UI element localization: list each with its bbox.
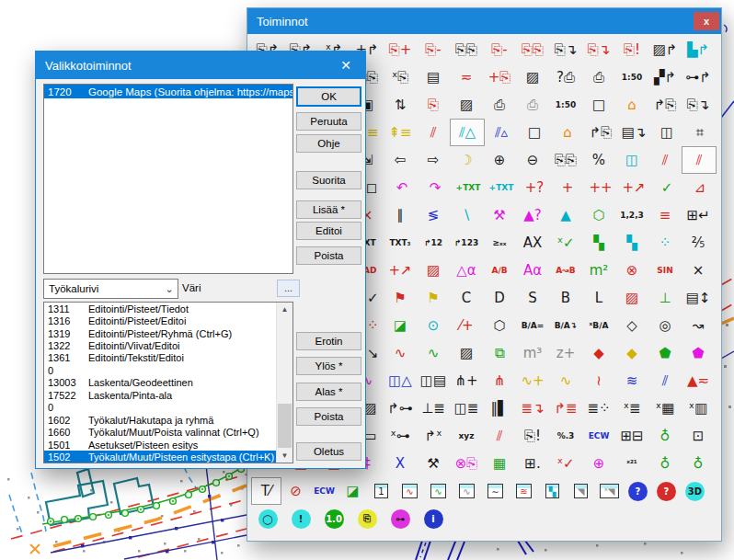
toolbar-icon[interactable]: ⫽: [648, 147, 682, 173]
toolbar-icon[interactable]: ≂: [450, 64, 483, 90]
toolbar-icon[interactable]: ˣ▦: [648, 395, 682, 421]
toolbar-icon[interactable]: ▤↴: [617, 120, 650, 145]
toolbar-icon[interactable]: +↗: [384, 257, 417, 283]
toolbar-icon[interactable]: ∿: [424, 478, 453, 504]
toolbar-icon[interactable]: ?⎙: [549, 64, 582, 90]
oletus-button[interactable]: Oletus: [296, 442, 361, 461]
toolbar-icon[interactable]: ˣB∕A: [582, 313, 615, 338]
toolbar-combobox[interactable]: Työkalurivi ⌄: [43, 279, 178, 299]
ok-button[interactable]: OK: [296, 86, 361, 107]
toolbar-icon[interactable]: TXT₃: [384, 230, 417, 256]
toolbar-icon[interactable]: ↱12: [417, 230, 450, 256]
toolbar-icon[interactable]: ECW: [582, 423, 615, 449]
toolbar-icon[interactable]: ˣ⊶: [384, 423, 417, 449]
toolbar-icon[interactable]: ▨↱: [648, 37, 682, 63]
toolbar-icon[interactable]: ⊿: [683, 175, 717, 200]
toolbar-icon[interactable]: ⋔+: [450, 368, 483, 394]
toolbar-icon[interactable]: ↱ˣ: [417, 423, 450, 449]
peruuta-button[interactable]: Peruuta: [296, 112, 361, 131]
toolbar-icon[interactable]: A∕B: [483, 257, 516, 283]
toolbar-icon[interactable]: ♁: [648, 451, 682, 476]
toolbar-icon[interactable]: ⊥≣: [417, 395, 450, 421]
assigned-functions-list[interactable]: 1311Editointi/Pisteet/Tiedot1316Editoint…: [43, 302, 293, 463]
toolbar-icon[interactable]: i: [417, 506, 450, 531]
toolbar-icon[interactable]: ˣ◥: [595, 478, 624, 504]
toolbar-icon[interactable]: ◪: [338, 478, 367, 504]
toolbar-icon[interactable]: ⎙: [483, 92, 516, 118]
toolbar-icon[interactable]: T⁄: [251, 477, 281, 505]
toolbar-icon[interactable]: ˣ▥: [682, 395, 715, 421]
list-item[interactable]: 0: [44, 364, 277, 376]
toolbar-icon[interactable]: ⊡: [682, 423, 715, 449]
toolbar-icon[interactable]: ↷: [419, 175, 452, 200]
toolbar-icon[interactable]: ↱⊶: [384, 395, 417, 421]
toolbar-icon[interactable]: ⁄+: [450, 313, 483, 338]
toolbar-icon[interactable]: +TXT: [452, 175, 485, 200]
list-item[interactable]: 1720Google Maps (Suorita ohjelma: https:…: [44, 85, 292, 98]
toolbar-icon[interactable]: +TXT: [485, 175, 518, 200]
editoi-button[interactable]: Editoi: [296, 222, 361, 240]
toolbar-icon[interactable]: ◆: [582, 340, 615, 366]
toolbar-icon[interactable]: +↗: [617, 175, 650, 200]
toolbar-icon[interactable]: ▨: [450, 340, 483, 366]
toolbar-icon[interactable]: ⇨: [417, 147, 450, 173]
list-item[interactable]: 1361Editointi/Tekstit/Editoi: [44, 352, 277, 364]
toolbar-icon[interactable]: %.3: [549, 423, 582, 449]
toolbar-icon[interactable]: ⬟: [682, 340, 715, 366]
toolbar-icon[interactable]: ≣↴: [516, 395, 549, 421]
toolbar-icon[interactable]: X: [384, 451, 417, 476]
toolbar-icon[interactable]: +⎘: [483, 64, 516, 90]
toolbar-icon[interactable]: ∖: [450, 202, 483, 228]
toolbar-icon[interactable]: ◫: [650, 120, 683, 145]
toolbar-icon[interactable]: 1:50: [549, 92, 582, 118]
toolbar-icon[interactable]: L: [582, 285, 615, 311]
toolbar-icon[interactable]: ˣ✓: [549, 451, 582, 476]
toolbar-icon[interactable]: ⋔: [483, 368, 516, 394]
erotin-button[interactable]: Erotin: [296, 332, 361, 350]
toolbar-icon[interactable]: ♁: [648, 423, 682, 449]
toolbar-icon[interactable]: ⫽: [483, 423, 516, 449]
toolbar-icon[interactable]: ▲≂: [682, 368, 715, 394]
toolbar-icon[interactable]: ↝: [682, 313, 715, 338]
toolbar-icon[interactable]: ⫽△: [450, 119, 485, 146]
list-item[interactable]: 1316Editointi/Pisteet/Editoi: [44, 314, 277, 326]
toolbar-icon[interactable]: □: [518, 120, 551, 145]
list-item[interactable]: 17522Laskenta/Pinta-ala: [44, 389, 277, 401]
toolbar-icon[interactable]: ∼: [481, 478, 510, 504]
toolbar-icon[interactable]: AX: [516, 230, 549, 256]
toolbar-icon[interactable]: ˣ≣: [615, 395, 648, 421]
toolbar-icon[interactable]: ⊗: [615, 257, 648, 283]
toolbar-icon[interactable]: ⇞≡: [384, 120, 417, 145]
vertical-scrollbar[interactable]: ▲ ▼: [276, 303, 292, 463]
toolbar-icon[interactable]: ∿+: [516, 368, 549, 394]
toolbar-icon[interactable]: ⌗: [683, 120, 717, 145]
toolbar-icon[interactable]: m³: [516, 340, 549, 366]
toolbar-icon[interactable]: ∿: [396, 478, 424, 504]
toolbar-icon[interactable]: ◯: [251, 506, 284, 531]
toolbar-icon[interactable]: 1: [367, 478, 396, 504]
toolbar-icon[interactable]: ↱123: [450, 230, 483, 256]
toolbar-icon[interactable]: ⫽▵: [485, 120, 518, 145]
toolbar-icon[interactable]: ⊞↵: [682, 202, 715, 228]
toolbar-icon[interactable]: ◆: [615, 340, 648, 366]
toolbar-icon[interactable]: ⎘+: [384, 37, 417, 63]
toolbar-icon[interactable]: ▨: [516, 64, 549, 90]
toolbar-icon[interactable]: ♁: [682, 451, 715, 476]
toolbar-icon[interactable]: ˣ✓: [549, 230, 582, 256]
toolbar-icon[interactable]: ˣ²¹: [615, 451, 648, 476]
list-item[interactable]: 1502Työkalut/Muut/Pisteen esitystapa (Ct…: [44, 451, 277, 463]
toolbar-icon[interactable]: ↱⎘: [648, 92, 682, 118]
toiminnot-close-button[interactable]: x: [694, 12, 719, 30]
toolbar-icon[interactable]: 1,2,3: [615, 202, 648, 228]
toolbar-icon[interactable]: ◫▤: [417, 368, 450, 394]
toolbar-icon[interactable]: ?: [652, 478, 681, 504]
suorita-button[interactable]: Suorita: [296, 171, 361, 189]
toolbar-icon[interactable]: B: [549, 285, 582, 311]
toolbar-icon[interactable]: ≡: [648, 202, 682, 228]
menu-functions-list[interactable]: 1720Google Maps (Suorita ohjelma: https:…: [43, 84, 293, 274]
toolbar-icon[interactable]: ˣ⎘: [384, 64, 417, 90]
toolbar-icon[interactable]: ▚: [615, 230, 648, 256]
toolbar-icon[interactable]: ⊞⊟: [615, 423, 648, 449]
toolbar-icon[interactable]: ⌂: [615, 92, 648, 118]
toolbar-icon[interactable]: ⎙: [516, 92, 549, 118]
